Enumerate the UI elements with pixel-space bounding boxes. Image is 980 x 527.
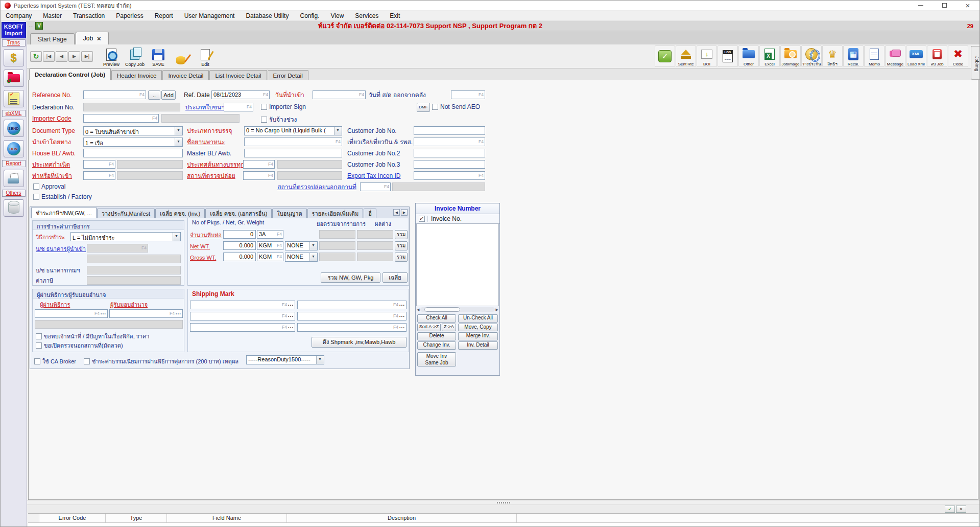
sidebar-button-folder[interactable] [4,70,24,87]
broker-input[interactable]: F4... [35,309,108,318]
menu-report[interactable]: Report [155,12,173,19]
menu-company[interactable]: Company [6,12,32,19]
meet-officer-checkbox[interactable]: ขอพบเจ้าหน้าที่ / มีปัญหาในเรื่องพิกัด, … [36,332,149,341]
save-button[interactable]: SAVE [147,45,170,67]
invoice-detail-button[interactable]: Inv. Detail [458,341,498,350]
release-out-date-input[interactable]: F4 [451,90,485,99]
subtab-additional-detail[interactable]: รายละเอียดเพิ่มเติม [307,209,364,218]
gross-sum-button[interactable]: รวม [395,253,408,262]
packages-count-input[interactable]: 0 [223,230,256,239]
dmf-button[interactable]: DMF [417,103,430,112]
scroll-thumb[interactable] [424,307,460,312]
boi-button[interactable]: BOI [697,45,717,67]
close-window-button[interactable] [956,1,979,10]
importer-code-link[interactable]: Importer Code [32,115,71,122]
subtab-guarantee-manifest[interactable]: วางประกัน,Manifest [97,209,155,218]
db-edit-button[interactable] [171,45,193,67]
chevron-down-icon[interactable] [334,127,342,135]
gross-weight-input[interactable]: 0.000 [223,253,256,261]
chevron-down-icon[interactable] [173,233,180,241]
maximize-button[interactable] [933,1,956,10]
tab-error-detail[interactable]: Error Detail [268,70,308,80]
sidebar-section-others[interactable]: Others [2,190,26,197]
change-invoice-button[interactable]: Change Inv. [417,341,456,350]
ca-broker-checkbox[interactable]: ใช้ CA Broker [34,357,76,366]
menu-services[interactable]: Services [355,12,378,19]
broker-col2-link[interactable]: ผู้รับมอบอำนาจ [110,301,148,308]
importer-sign-checkbox[interactable]: Importer Sign [261,103,306,110]
v-button[interactable]: V [35,22,43,30]
close-tab-icon[interactable] [97,35,101,42]
menu-config[interactable]: Config. [300,12,319,19]
vehicle-name-link[interactable]: ชื่อยานพาหนะ [187,139,225,146]
sum-nw-gw-pkg-button[interactable]: รวม NW, GW, Pkg [321,272,380,283]
shipping-mark-input-3[interactable]: F4... [190,312,295,320]
tab-header-invoice[interactable]: Header Invoice [111,70,162,80]
menu-view[interactable]: View [331,12,344,19]
excel-button[interactable]: XExcel [759,45,780,67]
vehicle-name-input[interactable]: F4 [244,138,342,146]
sidebar-button-transaction[interactable]: $ [4,49,24,66]
menu-master[interactable]: Master [43,12,62,19]
sidebar-section-trans[interactable]: Trans [2,39,26,47]
reason-select[interactable]: -----ReasonDuty1500----- [246,355,324,364]
gross-weight-unit-input[interactable]: KGMF4 [257,253,283,261]
menu-user-management[interactable]: User Management [184,12,235,19]
packages-unit-input[interactable]: 3AF4 [257,230,283,239]
insurance-button[interactable]: วางประกัน [801,45,822,67]
sort-za-button[interactable]: Z->A [442,324,456,331]
tab-list-invoice-detail[interactable]: List Invoice Detail [209,70,267,80]
ref-date-input[interactable]: 08/11/2023F4 [211,90,270,99]
customs-fee-checkbox[interactable]: ชำระค่าธรรมเนียมการผ่านพิธีการศุลกากร (2… [84,357,238,366]
invoice-no-column-header[interactable]: Invoice No. [428,215,462,222]
importer-bank-link[interactable]: บ/ช ธนาคารผู้นำเข้า [36,245,86,253]
chevron-down-icon[interactable] [175,138,182,146]
subtab-permit[interactable]: ใบอนุญาต [272,209,306,218]
subtab-more[interactable]: อื่ [364,209,376,218]
menu-database-utility[interactable]: Database Utility [246,12,289,19]
scroll-left-icon[interactable]: ◀ [417,308,419,312]
menu-paperless[interactable]: Paperless [116,12,143,19]
establish-factory-checkbox[interactable]: Establish / Factory [33,193,92,200]
subtab-scroll-left-icon[interactable]: ◀ [393,209,400,216]
net-weight-option-select[interactable]: NONE [285,241,318,250]
import-by-select[interactable]: 1 = เรือ [83,138,183,147]
rights-button[interactable]: สิทธิฯ [822,45,843,67]
sidebar-button-print[interactable] [4,170,24,187]
menu-exit[interactable]: Exit [390,12,400,19]
export-tax-incen-link[interactable]: Export Tax Incen ID [347,172,401,179]
merge-invoice-button[interactable]: Merge Inv. [458,332,498,340]
loading-country-link[interactable]: ประเทศต้นทางบรรทุก [187,161,244,168]
subtab-avg-inv[interactable]: เฉลี่ย คชจ. (Inv.) [155,209,205,218]
horizontal-splitter[interactable] [27,500,979,505]
minimize-button[interactable] [909,1,933,10]
recalculate-button[interactable]: Recal. [843,45,864,67]
other-button[interactable]: Other [738,45,759,67]
house-bl-input[interactable] [83,149,183,157]
delete-job-button[interactable]: ลบ Job [927,45,947,67]
average-button[interactable]: เฉลี่ย [383,272,408,283]
preview-button[interactable]: Preview [100,45,123,67]
net-weight-input[interactable]: 0.000 [223,241,256,250]
declaration-type-input[interactable]: F4 [224,103,253,111]
move-copy-button[interactable]: Move, Copy [458,324,498,331]
tab-invoice-detail[interactable]: Invoice Detail [162,70,209,80]
invoice-hscrollbar[interactable]: ◀ ▶ [416,306,499,313]
master-bl-input[interactable] [244,149,342,157]
job-image-side-tab[interactable]: JobImg [971,46,979,80]
menu-transaction[interactable]: Transaction [73,12,105,19]
chevron-down-icon[interactable] [309,242,317,250]
uncheck-all-button[interactable]: Un-Check All [458,314,498,323]
export-tax-incen-input[interactable]: F4 [414,171,485,180]
voyage-input[interactable]: F4 [414,138,485,146]
importer-code-input[interactable]: F4 [83,114,159,123]
sidebar-section-report[interactable]: Report [2,160,26,167]
chevron-down-icon[interactable] [309,253,317,261]
origin-country-input[interactable]: F4 [83,160,115,169]
document-type-select[interactable]: 0 = ใบขนสินค้าขาเข้า [83,126,183,135]
net-weight-unit-input[interactable]: KGMF4 [257,241,283,250]
validate-button[interactable] [655,45,675,67]
tab-start-page[interactable]: Start Page [30,33,75,44]
shipping-mark-input-2[interactable]: F4... [297,301,407,309]
import-port-input[interactable]: F4 [83,171,115,180]
